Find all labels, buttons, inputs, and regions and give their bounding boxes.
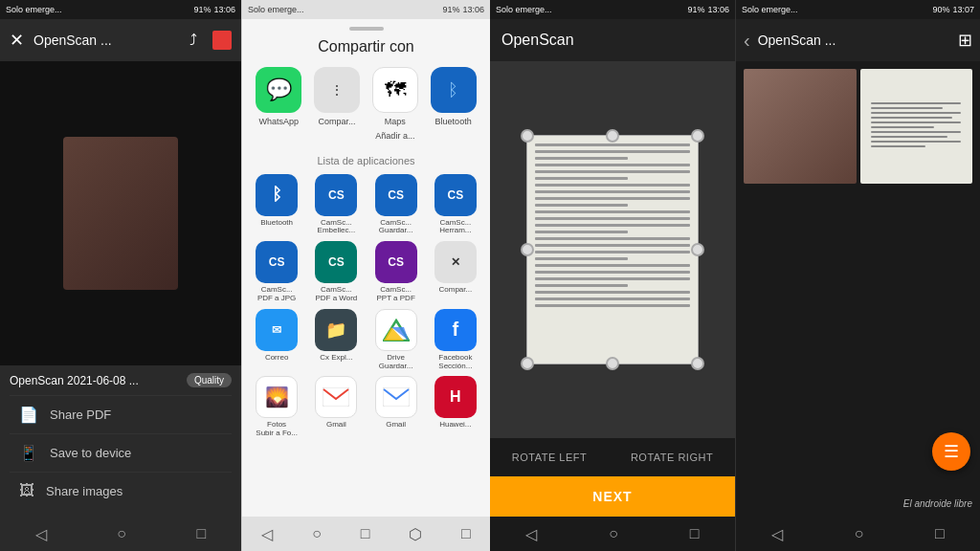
rotate-left-label[interactable]: ROTATE LEFT [512, 452, 587, 463]
grid-app-gmail[interactable]: Gmail [309, 376, 363, 438]
top-bar-1: ✕ OpenScan ... ⤴ [0, 19, 241, 61]
red-box[interactable] [212, 31, 232, 50]
maps-icon: 🗺 [372, 67, 418, 113]
document-crop-preview[interactable] [526, 135, 699, 364]
doc-line [535, 143, 690, 146]
camsc4-icon: CS [256, 241, 298, 283]
crop-handle-tl[interactable] [521, 129, 534, 143]
grid-app-camsc3[interactable]: CS CamSc...Herram... [429, 174, 482, 236]
grid-app-camsc1[interactable]: CS CamSc...Embellec... [309, 174, 363, 236]
menu-share-pdf-label: Share PDF [50, 408, 111, 422]
crop-handle-tm[interactable] [606, 129, 619, 143]
nav-recents-icon-4[interactable]: □ [935, 525, 945, 542]
t-line [871, 112, 961, 114]
grid-app-compar[interactable]: ✕ Compar... [429, 241, 482, 303]
grid-app-facebook[interactable]: f FacebookSección... [429, 309, 482, 371]
status-battery-1: 91% [193, 5, 211, 14]
t-line [871, 107, 943, 109]
scan-area [490, 61, 735, 438]
whatsapp-label: WhatsApp [259, 117, 300, 127]
gmailgo-label: Gmail [386, 421, 406, 430]
crop-handle-bl[interactable] [521, 357, 534, 370]
crop-handle-br[interactable] [691, 357, 704, 370]
status-battery-3: 91% [687, 5, 704, 14]
next-button[interactable]: NEXT [490, 476, 735, 517]
crop-handle-mr[interactable] [691, 243, 704, 256]
nav-back-icon-2[interactable]: ◁ [261, 525, 273, 543]
app-maps[interactable]: 🗺 Maps Añadir a... [368, 67, 422, 142]
nav-recents-icon-2[interactable]: □ [361, 525, 370, 542]
nav-recents-icon-1[interactable]: □ [197, 525, 207, 542]
thumb-doc-lines [871, 102, 961, 150]
grid-app-camsc6[interactable]: CS CamSc...PPT a PDF [369, 241, 423, 303]
grid-apps: ᛒ Bluetooth CS CamSc...Embellec... CS Ca… [242, 174, 490, 446]
share-icon[interactable]: ⤴ [189, 32, 197, 49]
document-content-lines [527, 136, 698, 364]
app-whatsapp[interactable]: 💬 WhatsApp [252, 67, 305, 142]
nav-recents-icon-3[interactable]: □ [690, 525, 700, 542]
grid-app-camsc5[interactable]: CS CamSc...PDF a Word [309, 241, 363, 303]
nav-home-icon-2[interactable]: ○ [312, 525, 322, 542]
status-bar-2: Solo emerge... 91% 13:06 [242, 0, 490, 19]
bottom-info: OpenScan 2021-06-08 ... Quality 📄 Share … [0, 365, 241, 517]
app-comparte[interactable]: ⋮ Compar... [310, 67, 364, 142]
back-icon-4[interactable]: ‹ [744, 30, 750, 52]
status-bar-3: Solo emerge... 91% 13:06 [490, 0, 735, 19]
bluetooth-top-icon: ᛒ [431, 67, 477, 113]
camsc6-icon: CS [375, 241, 417, 283]
svg-rect-4 [383, 387, 410, 407]
grid-app-drive[interactable]: DriveGuardar... [369, 309, 423, 371]
drive-icon [375, 309, 417, 351]
thumbnail-2[interactable] [860, 69, 973, 184]
app-bluetooth-top[interactable]: ᛒ Bluetooth [427, 67, 480, 142]
grid-app-gmailgo[interactable]: Gmail [369, 376, 423, 438]
nav-extra-icon-2[interactable]: ⬡ [409, 525, 422, 543]
camsc6-label: CamSc...PPT a PDF [376, 286, 414, 303]
fab-button[interactable]: ☰ [932, 432, 970, 471]
t-line [871, 126, 934, 128]
grid-app-cx[interactable]: 📁 Cx Expl... [309, 309, 363, 371]
compar-icon: ✕ [434, 241, 477, 283]
crop-handle-ml[interactable] [521, 243, 534, 256]
doc-line [535, 251, 690, 253]
menu-item-save-device[interactable]: 📱 Save to device [10, 433, 232, 472]
thumbnail-1[interactable] [744, 69, 857, 184]
quality-badge[interactable]: Quality [187, 373, 232, 387]
menu-item-share-pdf[interactable]: 📄 Share PDF [10, 395, 232, 433]
status-bar-1: Solo emerge... 91% 13:06 [0, 0, 241, 19]
drag-handle[interactable] [242, 19, 490, 34]
grid-app-huawei[interactable]: H Huawei... [429, 376, 482, 438]
camsc1-label: CamSc...Embellec... [318, 219, 356, 236]
nav-extra2-icon-2[interactable]: □ [461, 525, 471, 542]
nav-home-icon-1[interactable]: ○ [117, 525, 126, 542]
gallery-grid-icon[interactable]: ⊞ [958, 30, 972, 51]
t-line [871, 131, 961, 133]
huawei-label: Huawei... [439, 421, 471, 430]
panel-gallery: Solo emerge... 90% 13:07 ‹ OpenScan ... … [735, 0, 980, 551]
crop-handle-bm[interactable] [606, 357, 619, 370]
grid-app-correo[interactable]: ✉ Correo [250, 309, 303, 371]
comparte-icon: ⋮ [314, 67, 360, 113]
status-left-3: Solo emerge... [496, 5, 552, 14]
doc-line [535, 244, 690, 247]
grid-app-bluetooth[interactable]: ᛒ Bluetooth [250, 174, 303, 236]
doc-line [535, 284, 628, 287]
t-line [871, 117, 952, 119]
nav-home-icon-3[interactable]: ○ [609, 525, 618, 542]
grid-app-camsc4[interactable]: CS CamSc...PDF a JPG [250, 241, 303, 303]
grid-app-fotos[interactable]: 🌄 FotosSubir a Fo... [250, 376, 303, 438]
nav-home-icon-4[interactable]: ○ [855, 525, 864, 542]
nav-back-icon-4[interactable]: ◁ [771, 525, 783, 543]
crop-handle-tr[interactable] [691, 129, 704, 143]
menu-item-share-images[interactable]: 🖼 Share images [10, 472, 232, 509]
close-icon[interactable]: ✕ [10, 30, 24, 51]
rotate-right-label[interactable]: ROTATE RIGHT [631, 452, 713, 463]
nav-back-icon-3[interactable]: ◁ [525, 525, 537, 543]
grid-app-camsc2[interactable]: CS CamSc...Guardar... [369, 174, 423, 236]
nav-back-icon-1[interactable]: ◁ [35, 525, 47, 543]
status-battery-4: 90% [932, 5, 949, 14]
panel-share-sheet: Solo emerge... 91% 13:06 Compartir con 💬… [241, 0, 490, 551]
doc-line [535, 231, 628, 233]
document-preview-area [0, 61, 241, 365]
camsc1-icon: CS [315, 174, 357, 216]
